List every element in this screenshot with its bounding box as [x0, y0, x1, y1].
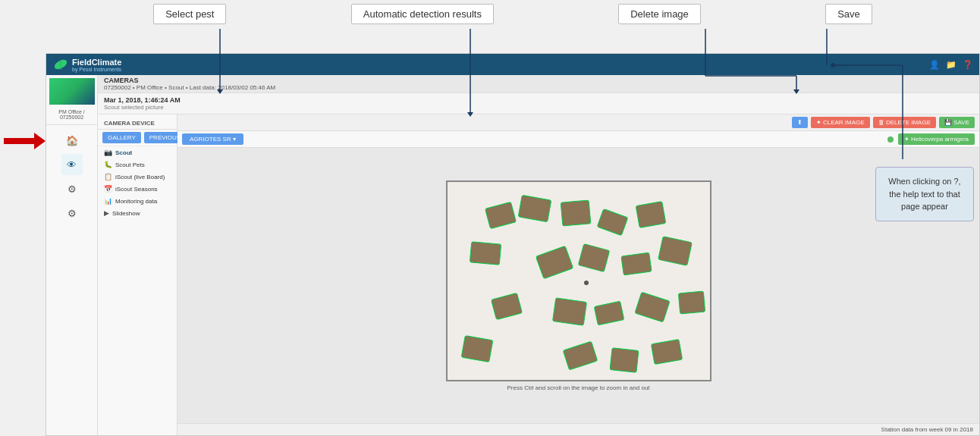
logo-text-area: FieldClimate by Pessl Instruments: [72, 58, 121, 72]
moth-6: [469, 241, 501, 265]
moth-7: [535, 245, 573, 278]
two-panel: CAMERA DEVICE GALLERY PREVIOUS NEXT 📷 Sc…: [98, 114, 979, 435]
moth-11: [490, 292, 522, 319]
delete-btn[interactable]: 🗑 DELETE IMAGE: [873, 117, 936, 128]
sidebar-settings-btn[interactable]: ⚙: [61, 178, 83, 199]
menu-slideshow[interactable]: ▶ Slideshow: [98, 207, 177, 219]
app-wrapper: Select pest Automatic detection results …: [0, 0, 980, 436]
annotation-delete-image: Delete image: [618, 4, 701, 24]
scout-icon: 📷: [104, 149, 112, 156]
moth-2: [517, 194, 551, 221]
menu-iscout-seasons[interactable]: 📅 iScout Seasons: [98, 183, 177, 195]
menu-scout-pets-label: Scout Pets: [115, 162, 145, 168]
main-toolbar: ⬆ ✦ CLEAR IMAGE 🗑 DELETE IMAGE 💾 SAVE: [177, 114, 979, 131]
top-nav: FieldClimate by Pessl Instruments 👤 📁 ❓: [46, 54, 979, 75]
red-arrow-indicator: [4, 133, 46, 149]
sidebar: PM Office / 07250002 🏠 👁 ⚙ ⚙: [46, 75, 98, 435]
center-dot: [584, 281, 589, 285]
top-nav-icons: 👤 📁 ❓: [929, 60, 973, 70]
arrow-body: [4, 138, 34, 144]
iscout-live-icon: 📋: [104, 173, 112, 180]
moth-15: [677, 290, 705, 314]
menu-monitoring-label: Monitoring data: [115, 198, 157, 205]
slideshow-icon: ▶: [104, 209, 109, 217]
logo-main-text: FieldClimate: [72, 58, 121, 67]
gallery-btn[interactable]: GALLERY: [102, 132, 141, 143]
pest-bar: AGRIOTES SR ▾ ✦ Helicoverpa armigera: [177, 131, 979, 148]
sidebar-station-id: PM Office / 07250002: [46, 108, 97, 121]
annotation-save: Save: [825, 4, 872, 24]
breadcrumb-title: CAMERAS: [104, 77, 973, 84]
moth-12: [551, 297, 586, 326]
moth-5: [635, 201, 666, 228]
menu-scout-label: Scout: [115, 149, 132, 156]
image-caption: Press Ctrl and scroll on the image to zo…: [507, 384, 649, 391]
logo: FieldClimate by Pessl Instruments: [52, 56, 121, 73]
breadcrumb-full-path: 07250002 • PM Office • Scout • Last data…: [104, 84, 973, 91]
menu-monitoring[interactable]: 📊 Monitoring data: [98, 195, 177, 207]
menu-scout-pets[interactable]: 🐛 Scout Pets: [98, 158, 177, 171]
menu-iscout-live[interactable]: 📋 iScout (live Board): [98, 171, 177, 183]
clear-btn[interactable]: ✦ CLEAR IMAGE: [811, 117, 870, 128]
station-header-info: Mar 1, 2018, 1:46:24 AM Scout selected p…: [104, 96, 181, 111]
right-content: ⬆ ✦ CLEAR IMAGE 🗑 DELETE IMAGE 💾 SAVE AG…: [177, 114, 979, 435]
menu-scout[interactable]: 📷 Scout: [98, 146, 177, 158]
sidebar-gear-btn[interactable]: ⚙: [61, 202, 83, 224]
content-area: CAMERAS 07250002 • PM Office • Scout • L…: [98, 75, 979, 435]
monitoring-icon: 📊: [104, 197, 112, 205]
moth-1: [484, 201, 516, 228]
image-area: Press Ctrl and scroll on the image to zo…: [177, 148, 979, 423]
logo-sub-text: by Pessl Instruments: [72, 67, 121, 72]
folder-icon[interactable]: 📁: [946, 60, 956, 70]
helicoverpa-btn[interactable]: ✦ Helicoverpa armigera: [898, 133, 975, 145]
moth-3: [560, 199, 591, 226]
sidebar-camera-btn[interactable]: 👁: [61, 154, 83, 175]
status-text: Station data from week 09 in 2018: [881, 426, 973, 433]
toolbar-right: ⬆ ✦ CLEAR IMAGE 🗑 DELETE IMAGE 💾 SAVE: [792, 117, 975, 128]
moth-4: [596, 208, 628, 235]
logo-icon: [52, 56, 69, 73]
breadcrumb-bar: CAMERAS 07250002 • PM Office • Scout • L…: [98, 75, 979, 93]
status-bar: Station data from week 09 in 2018: [177, 423, 979, 435]
moth-18: [609, 347, 639, 373]
station-date: Mar 1, 2018, 1:46:24 AM: [104, 96, 181, 104]
camera-device-label: CAMERA DEVICE: [98, 118, 177, 130]
sidebar-divider-1: [46, 124, 97, 125]
user-icon[interactable]: 👤: [929, 60, 940, 70]
image-background: [448, 182, 710, 380]
moth-13: [593, 300, 624, 325]
scout-pets-icon: 🐛: [104, 161, 112, 168]
menu-iscout-live-label: iScout (live Board): [115, 174, 165, 180]
sidebar-home-btn[interactable]: 🏠: [61, 130, 83, 151]
arrow-head: [34, 133, 46, 149]
detection-image[interactable]: [446, 180, 711, 381]
menu-slideshow-label: Slideshow: [112, 210, 140, 217]
moth-14: [634, 291, 670, 322]
nav-row: GALLERY PREVIOUS NEXT: [98, 130, 177, 146]
iscout-seasons-icon: 📅: [104, 185, 112, 193]
top-annotations: Select pest Automatic detection results …: [46, 4, 980, 24]
annotation-select-pest: Select pest: [153, 4, 226, 24]
menu-iscout-seasons-label: iScout Seasons: [115, 186, 158, 193]
help-tooltip: When clicking on ?, the help text to tha…: [875, 167, 974, 221]
helicoverpa-area: ✦ Helicoverpa armigera: [887, 133, 975, 145]
app-container: FieldClimate by Pessl Instruments 👤 📁 ❓ …: [46, 53, 980, 436]
moth-17: [562, 340, 598, 370]
main-layout: PM Office / 07250002 🏠 👁 ⚙ ⚙ CAMERAS 072…: [46, 75, 979, 435]
help-icon[interactable]: ❓: [963, 60, 973, 70]
sidebar-thumbnail: [49, 78, 95, 105]
left-panel: CAMERA DEVICE GALLERY PREVIOUS NEXT 📷 Sc…: [98, 114, 177, 435]
helicoverpa-dot: [887, 136, 894, 143]
moth-10: [658, 236, 693, 266]
save-btn[interactable]: 💾 SAVE: [939, 117, 975, 128]
upload-btn[interactable]: ⬆: [792, 117, 808, 128]
moth-9: [620, 252, 652, 275]
station-sub-label: Scout selected picture: [104, 104, 181, 111]
moth-16: [460, 334, 493, 362]
annotation-auto-detection: Automatic detection results: [351, 4, 494, 24]
help-tooltip-text: When clicking on ?, the help text to tha…: [888, 177, 960, 211]
moth-8: [577, 243, 610, 271]
station-header: Mar 1, 2018, 1:46:24 AM Scout selected p…: [98, 93, 979, 114]
pest-select-btn[interactable]: AGRIOTES SR ▾: [182, 133, 243, 145]
moth-19: [650, 338, 682, 364]
